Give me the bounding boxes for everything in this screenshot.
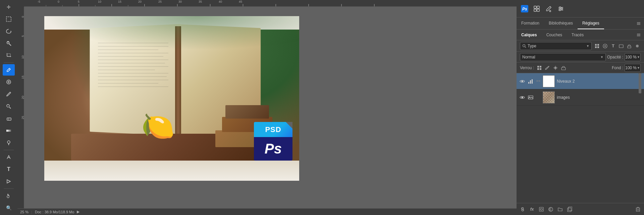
panel-tabs-row2: Calques Couches Tracés <box>517 30 644 40</box>
filter-icon-dot[interactable] <box>634 43 641 49</box>
tool-clone[interactable] <box>3 100 15 112</box>
panel-tab-row1-menu[interactable] <box>633 17 644 29</box>
tool-lasso[interactable] <box>3 26 15 37</box>
svg-point-53 <box>549 10 551 12</box>
panel-icon-brush-settings[interactable] <box>543 3 554 14</box>
lock-row: Verrou : <box>517 62 644 73</box>
canvas-image-wrapper[interactable]: 🍋 <box>44 16 299 181</box>
tool-crop[interactable] <box>3 50 15 61</box>
opacity-value[interactable]: 100 % ▼ <box>625 53 641 61</box>
filter-icon-type[interactable]: T <box>610 43 616 49</box>
svg-line-67 <box>525 47 526 48</box>
layer-eye-niveaux2[interactable] <box>519 78 525 84</box>
fill-chevron: ▼ <box>637 66 640 70</box>
layer-eye-images[interactable] <box>519 94 525 100</box>
tab-couches[interactable]: Couches <box>542 30 567 40</box>
tab-bibliotheques[interactable]: Bibliothèques <box>544 17 578 29</box>
filter-dropdown-label: Type <box>528 44 536 48</box>
tool-hand[interactable] <box>3 190 15 202</box>
book-text-lines <box>91 36 175 130</box>
filter-icon-pixel[interactable] <box>594 43 600 49</box>
canvas-viewport: 🍋 <box>24 7 517 208</box>
tool-heal[interactable] <box>3 76 15 88</box>
filter-icons: T <box>594 43 641 49</box>
tab-calques[interactable]: Calques <box>517 30 542 40</box>
layer-type-icon-images <box>527 94 534 101</box>
lock-brush-btn[interactable] <box>544 64 551 71</box>
bottom-adjustment-btn[interactable] <box>547 205 555 213</box>
layer-chain-niveaux2[interactable] <box>536 79 541 84</box>
tool-move[interactable]: ✛ <box>3 1 15 13</box>
svg-rect-16 <box>6 130 11 132</box>
tool-zoom[interactable]: 🔍 <box>3 202 15 214</box>
panel-icons-top: Ps <box>517 0 644 17</box>
tool-dodge[interactable] <box>3 137 15 148</box>
ruler-ltick-10: 10 <box>21 55 24 59</box>
layer-scrollbar[interactable] <box>639 73 641 89</box>
status-bar: 25 % | Doc : 38.9 Mo/118.9 Mo ▶ <box>17 208 517 215</box>
tool-type[interactable]: T <box>3 164 15 175</box>
layer-item-images[interactable]: images <box>517 89 644 105</box>
filter-icon-adjust[interactable] <box>602 43 608 49</box>
ruler-corner <box>17 0 24 7</box>
status-arrow[interactable]: ▶ <box>77 210 79 214</box>
filter-icon-lock[interactable] <box>626 43 633 49</box>
bottom-link-btn[interactable] <box>519 205 527 213</box>
panel-icon-libraries[interactable] <box>531 3 542 14</box>
bottom-group-btn[interactable] <box>556 205 564 213</box>
status-separator: | <box>31 210 32 214</box>
tool-pen[interactable] <box>3 152 15 163</box>
tool-eraser[interactable] <box>3 113 15 124</box>
zoom-level: 25 % <box>20 210 29 214</box>
layer-item-niveaux2[interactable]: Niveaux 2 <box>517 73 644 89</box>
tab-traces[interactable]: Tracés <box>567 30 588 40</box>
lock-pixels-btn[interactable] <box>536 64 543 71</box>
tool-brush[interactable] <box>3 88 15 100</box>
svg-rect-87 <box>532 79 533 84</box>
psd-badge-top: PSD <box>254 122 292 137</box>
blend-mode-dropdown[interactable]: Normal ▼ <box>520 53 606 61</box>
ruler-ltick-25: 25 <box>21 116 24 119</box>
svg-rect-89 <box>528 96 533 99</box>
ruler-ltick-15: 15 <box>21 76 24 79</box>
svg-rect-68 <box>595 44 597 46</box>
tool-eyedropper[interactable] <box>3 64 15 76</box>
tool-select-rect[interactable] <box>3 13 15 25</box>
fill-value[interactable]: 100 % ▼ <box>625 64 641 72</box>
blend-mode-chevron: ▼ <box>600 55 603 59</box>
tool-gradient[interactable] <box>3 125 15 136</box>
lock-artboard-btn[interactable] <box>560 64 567 71</box>
bottom-delete-btn[interactable] <box>634 205 642 213</box>
opacity-number: 100 % <box>625 55 637 59</box>
bottom-fx-btn[interactable]: fx <box>528 205 536 213</box>
bottom-mask-btn[interactable] <box>537 205 545 213</box>
tab-formation[interactable]: Formation <box>517 17 544 29</box>
panel-bottom-bar: fx <box>517 203 644 215</box>
layer-name-images: images <box>557 95 641 100</box>
bottom-new-layer-btn[interactable] <box>566 205 574 213</box>
svg-rect-51 <box>534 9 536 11</box>
svg-point-88 <box>522 96 523 98</box>
svg-rect-75 <box>537 66 539 68</box>
tab-reglages[interactable]: Réglages <box>578 17 604 29</box>
lock-position-btn[interactable] <box>552 64 559 71</box>
canvas-area: -5 0 5 10 15 20 25 30 35 40 45 <box>17 0 517 215</box>
svg-rect-95 <box>568 208 571 212</box>
opacity-chevron: ▼ <box>637 55 640 59</box>
ruler-ltick-0: 0 <box>21 16 24 18</box>
panel-tab-row2-menu[interactable] <box>633 30 644 40</box>
tool-magic-wand[interactable] <box>3 38 15 49</box>
lock-icons <box>536 64 567 71</box>
psd-badge-bottom: Ps <box>254 137 292 161</box>
panel-icon-adjustments[interactable] <box>555 3 566 14</box>
svg-rect-83 <box>561 68 566 70</box>
table-surface <box>44 161 299 181</box>
svg-rect-86 <box>530 80 531 84</box>
filter-icon-shape[interactable] <box>618 43 625 49</box>
tool-path-select[interactable] <box>3 176 15 187</box>
opacity-label: Opacité : <box>607 55 623 59</box>
filter-dropdown[interactable]: Type ▼ <box>520 42 592 50</box>
ruler-left: 0 5 10 15 20 25 <box>17 7 24 208</box>
panel-icon-ps[interactable]: Ps <box>519 3 530 14</box>
psd-badge-top-text: PSD <box>265 125 281 134</box>
